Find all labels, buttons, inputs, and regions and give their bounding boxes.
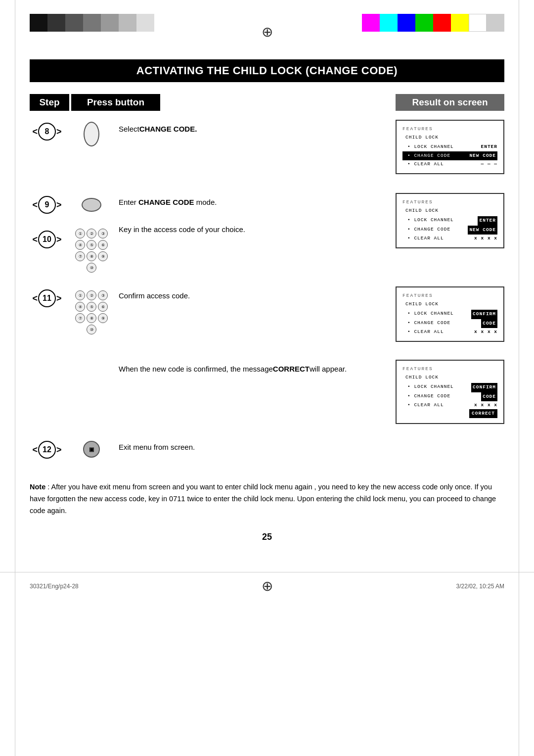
step-desc-11b: When the new code is confirmed, the mess…	[119, 360, 378, 375]
screen11-subtitle: CHILD LOCK	[402, 301, 497, 308]
header-row: Step Press button Result on screen	[30, 94, 504, 111]
screen11-title: FEATURES	[402, 292, 497, 300]
screen11-row3: • CLEAR ALL x x x x	[402, 328, 497, 336]
main-content: ACTIVATING THE CHILD LOCK (CHANGE CODE) …	[0, 54, 534, 567]
swatch-r5	[433, 14, 451, 32]
note-section: Note : After you have exit menu from scr…	[30, 481, 504, 517]
step-desc-11: Confirm access code.	[119, 286, 378, 302]
step-badge-11: < 11 >	[32, 289, 61, 307]
screen8-row3-value: — — —	[481, 160, 497, 168]
remote-numpad-icon: ① ② ③ ④ ⑤ ⑥ ⑦ ⑧ ⑨ ⑩	[75, 229, 108, 273]
footer: 30321/Eng/p24-28 3/22/02, 10:25 AM	[0, 572, 534, 600]
screen11-row2-label: • CHANGE CODE	[403, 319, 481, 328]
screen8-row3-label: • CLEAR ALL	[403, 160, 481, 168]
numpad11-6: ⑥	[98, 302, 108, 312]
menu-icon-symbol: ▣	[89, 446, 94, 453]
screen11b-row4: CORRECT	[402, 409, 497, 418]
remote-ellipse-icon	[82, 198, 101, 212]
numpad-8: ⑧	[87, 251, 96, 261]
tv-screen-11: FEATURES CHILD LOCK • LOCK CHANNEL CONFI…	[396, 286, 504, 342]
step-desc-8: Select CHANGE CODE.	[119, 120, 378, 135]
arrow-left-8: <	[32, 127, 38, 137]
numpad-7: ⑦	[75, 251, 85, 261]
swatch-5	[101, 14, 119, 32]
screen8-row3: • CLEAR ALL — — —	[402, 160, 497, 168]
screen8-row1-value: ENTER	[481, 143, 497, 151]
remote-oval-icon	[84, 122, 99, 146]
note-text: Note : After you have exit menu from scr…	[30, 481, 504, 517]
steps-container: < 8 > Select CHANGE CODE. FEATURES CHILD…	[30, 120, 504, 468]
screen11-row2: • CHANGE CODE CODE	[402, 319, 497, 328]
numpad-2: ②	[87, 229, 96, 238]
screen11-row1-label: • LOCK CHANNEL	[403, 310, 471, 319]
numpad11-9: ⑨	[98, 313, 108, 323]
step-num-12: < 12 >	[30, 438, 64, 459]
screen8-row2-label: • CHANGE CODE	[403, 152, 469, 160]
numpad11-5: ⑤	[87, 302, 96, 312]
step-num-11: < 11 >	[30, 286, 64, 307]
step-row-11: < 11 > ① ② ③ ④ ⑤ ⑥ ⑦ ⑧ ⑨ ⑩	[30, 286, 504, 346]
page-border-right	[519, 0, 519, 756]
header-result: Result on screen	[396, 94, 504, 111]
screen11b-correct: CORRECT	[469, 409, 497, 418]
screen11-row2-value: CODE	[481, 319, 497, 328]
screen11b-row1: • LOCK CHANNEL CONFIRM	[402, 383, 497, 392]
step-icon-12: ▣	[64, 438, 119, 458]
screen8-row1: • LOCK CHANNEL ENTER	[402, 143, 497, 151]
arrow-right-8: >	[56, 127, 62, 137]
footer-left: 30321/Eng/p24-28	[30, 583, 79, 590]
swatch-6	[119, 14, 136, 32]
circle-8: 8	[38, 123, 56, 141]
swatch-4	[83, 14, 101, 32]
remote-menu-icon: ▣	[83, 441, 100, 458]
swatch-r2	[380, 14, 398, 32]
title-text: ACTIVATING THE CHILD LOCK (CHANGE CODE)	[136, 64, 398, 77]
numpad-1: ①	[75, 229, 85, 238]
swatch-2	[47, 14, 65, 32]
screen8-row2: • CHANGE CODE NEW CODE	[402, 151, 497, 160]
numpad11-2: ②	[87, 290, 96, 300]
screen10-title: FEATURES	[402, 199, 497, 206]
step-row-11b: When the new code is confirmed, the mess…	[30, 360, 504, 424]
swatch-r8	[487, 14, 504, 32]
tv-screen-11b: FEATURES CHILD LOCK • LOCK CHANNEL CONFI…	[396, 360, 504, 424]
page-number: 25	[30, 532, 504, 542]
swatch-r1	[362, 14, 380, 32]
screen11b-row1-value: CONFIRM	[471, 383, 497, 392]
step-badge-8: < 8 >	[32, 123, 61, 141]
screen10-row1-value: ENTER	[478, 216, 497, 225]
step-icon-8	[64, 120, 119, 146]
step-num-9-10: < 9 > < 10 >	[30, 193, 64, 248]
numpad11-7: ⑦	[75, 313, 85, 323]
step-row-9-10: < 9 > < 10 > ①	[30, 193, 504, 273]
numpad-4: ④	[75, 240, 85, 250]
screen11b-row3-value: x x x x	[474, 401, 497, 409]
screen11-row3-value: x x x x	[474, 328, 497, 336]
screen10-row2-value: NEW CODE	[468, 226, 497, 235]
numpad-3: ③	[98, 229, 108, 238]
screen10-row2-label: • CHANGE CODE	[403, 226, 468, 235]
step-screen-11b: FEATURES CHILD LOCK • LOCK CHANNEL CONFI…	[378, 360, 504, 424]
numpad11-1: ①	[75, 290, 85, 300]
page-border-left	[15, 0, 15, 756]
numpad-5: ⑤	[87, 240, 96, 250]
screen10-row1: • LOCK CHANNEL ENTER	[402, 216, 497, 225]
color-bar-left	[30, 14, 154, 32]
top-bar	[0, 0, 534, 54]
step-10-text: Key in the access code of your choice.	[119, 224, 245, 236]
screen11-row1-value: CONFIRM	[471, 310, 497, 319]
screen8-row2-value: NEW CODE	[469, 152, 496, 160]
step-badge-10: < 10 >	[32, 231, 61, 248]
screen11b-row3-label: • CLEAR ALL	[403, 401, 474, 409]
numpad11-4: ④	[75, 302, 85, 312]
screen11b-row2-value: CODE	[481, 392, 497, 401]
step-desc-9-10: Enter CHANGE CODE mode. Key in the acces…	[119, 193, 378, 235]
numpad-9: ⑨	[98, 251, 108, 261]
footer-crosshair	[259, 577, 276, 595]
remote-numpad-11: ① ② ③ ④ ⑤ ⑥ ⑦ ⑧ ⑨ ⑩	[75, 290, 108, 334]
step-screen-11: FEATURES CHILD LOCK • LOCK CHANNEL CONFI…	[378, 286, 504, 342]
step-screen-8: FEATURES CHILD LOCK • LOCK CHANNEL ENTER…	[378, 120, 504, 174]
step-row-8: < 8 > Select CHANGE CODE. FEATURES CHILD…	[30, 120, 504, 179]
swatch-7	[136, 14, 154, 32]
swatch-3	[65, 14, 83, 32]
